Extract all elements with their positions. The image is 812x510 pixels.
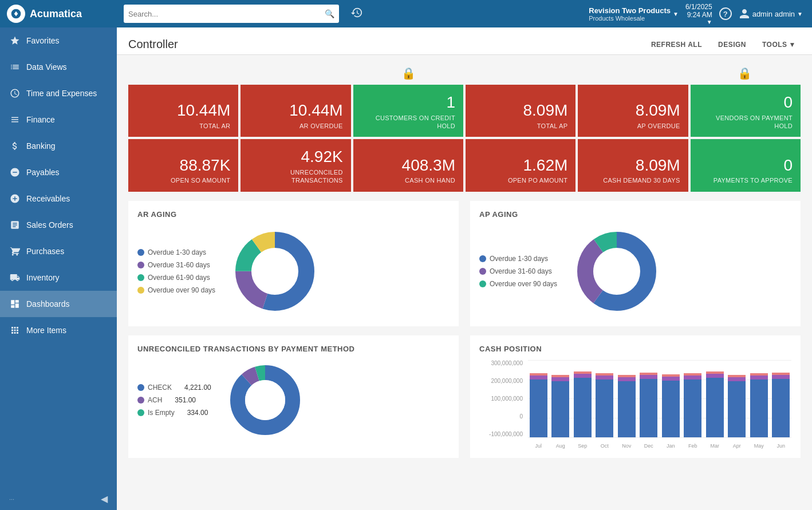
sidebar-item-more-items[interactable]: More Items [0,317,117,343]
y-label-3: 0 [479,413,525,420]
kpi-tile-total-ap[interactable]: 8.09M TOTAL AP [466,85,576,137]
sidebar-item-payables[interactable]: Payables [0,159,117,185]
kpi-tile-vendors-payment-hold[interactable]: 0 VENDORS ON PAYMENT HOLD [691,85,801,137]
sidebar-collapse-button[interactable]: ◀ [101,493,108,504]
company-selector[interactable]: Revision Two Products Products Wholesale… [589,6,679,22]
ap-legend-item-0: Overdue 1-30 days [479,255,557,263]
kpi-tile-ar-overdue[interactable]: 10.44M AR OVERDUE [241,85,350,137]
sidebar-label-finance: Finance [26,115,55,124]
bar-group-7 [683,360,704,437]
user-menu[interactable]: admin admin ▼ [739,8,803,19]
payables-icon [9,167,21,177]
sidebar: Favorites Data Views Time and Expenses F… [0,27,117,510]
ar-aging-content: Overdue 1-30 days Overdue 31-60 days Ove… [137,226,450,317]
sidebar-label-receivables: Receivables [26,194,70,203]
ar-legend-dot-1 [137,262,144,268]
bar-group-3 [594,360,616,437]
finance-icon [9,114,21,125]
tools-button[interactable]: TOOLS ▼ [758,38,801,51]
search-input[interactable] [128,10,325,18]
top-navigation: Acumatica 🔍 Revision Two Products Produc… [0,0,812,27]
sidebar-item-favorites[interactable]: Favorites [0,27,117,54]
refresh-all-button[interactable]: REFRESH ALL [647,38,707,51]
acumatica-logo[interactable] [7,5,25,23]
bar-group-4 [616,360,637,437]
sidebar-item-inventory[interactable]: Inventory [0,264,117,291]
kpi-label-ap-overdue: AP OVERDUE [637,122,680,130]
kpi-value-cash-demand: 8.09M [636,157,680,175]
sidebar-label-more-items: More Items [26,326,66,335]
bar-purple-3 [596,375,613,379]
x-label-10: May [748,443,770,449]
sidebar-item-receivables[interactable]: Receivables [0,185,117,212]
unrec-dot-1 [137,397,144,404]
sidebar-label-favorites: Favorites [26,36,60,45]
kpi-value-ar-overdue: 10.44M [289,102,342,120]
kpi-tile-cash-demand[interactable]: 8.09M CASH DEMAND 30 DAYS [578,139,688,191]
unreconciled-content: CHECK 4,221.00 ACH 351.00 Is Empty [137,360,450,440]
ar-legend-item-3: Overdue over 90 days [137,286,215,294]
page-actions: REFRESH ALL DESIGN TOOLS ▼ [647,38,801,51]
history-button[interactable] [346,6,368,21]
bar-blue-6 [662,381,680,437]
ap-legend-label-2: Overdue over 90 days [490,280,557,288]
ar-legend-dot-2 [137,274,144,281]
kpi-value-open-so: 88.87K [180,157,231,175]
tools-chevron-icon: ▼ [789,41,796,49]
time: 9:24 AM [687,11,712,19]
bar-purple-10 [750,375,768,379]
sidebar-item-data-views[interactable]: Data Views [0,54,117,80]
help-button[interactable]: ? [719,7,732,20]
sidebar-item-dashboards[interactable]: Dashboards [0,291,117,317]
star-icon [9,35,21,46]
kpi-tile-payments-approve[interactable]: 0 PAYMENTS TO APPROVE [691,139,801,191]
bar-purple-11 [772,375,790,379]
kpi-tile-cash-on-hand[interactable]: 408.3M CASH ON HAND [353,139,463,191]
sidebar-item-time-expenses[interactable]: Time and Expenses [0,80,117,106]
ar-aging-panel: AR AGING Overdue 1-30 days Overdue 31-60… [128,201,459,326]
sidebar-label-dashboards: Dashboards [26,299,70,309]
kpi-value-cash-on-hand: 408.3M [402,157,455,175]
kpi-label-total-ar: TOTAL AR [199,122,230,130]
cash-position-panel: CASH POSITION 300,000,000 200,000,000 10… [470,335,801,458]
kpi-tile-customers-credit-hold[interactable]: 1 CUSTOMERS ON CREDIT HOLD [353,85,463,137]
unrec-label-2: Is Empty [148,409,175,417]
unrec-legend-item-0: CHECK 4,221.00 [137,384,211,392]
ar-legend-item-2: Overdue 61-90 days [137,274,215,282]
svg-point-13 [245,380,285,420]
unreconciled-title: UNRECONCILED TRANSACTIONS BY PAYMENT MET… [137,345,450,353]
kpi-label-unreconciled: UNRECONCILED TRANSACTIONS [249,168,342,185]
unrec-legend-item-1: ACH 351.00 [137,396,211,404]
y-label-4: -100,000,000 [479,431,525,437]
kpi-tile-total-ar[interactable]: 10.44M TOTAL AR [128,85,238,137]
bar-blue-4 [618,381,636,437]
sidebar-item-banking[interactable]: Banking [0,133,117,159]
design-button[interactable]: DESIGN [714,38,751,51]
kpi-tile-open-po[interactable]: 1.62M OPEN PO AMOUNT [466,139,576,191]
kpi-value-customers-credit-hold: 1 [446,94,455,112]
bar-purple-5 [640,375,657,379]
ar-aging-legend: Overdue 1-30 days Overdue 31-60 days Ove… [137,248,215,294]
sidebar-item-purchases[interactable]: Purchases [0,238,117,264]
bar-blue-7 [684,379,701,437]
bar-blue-2 [574,378,592,437]
sidebar-label-data-views: Data Views [26,62,67,72]
kpi-tile-open-so[interactable]: 88.87K OPEN SO AMOUNT [128,139,238,191]
ar-aging-title: AR AGING [137,210,450,219]
kpi-tile-ap-overdue[interactable]: 8.09M AP OVERDUE [578,85,688,137]
sidebar-item-sales-orders[interactable]: Sales Orders [0,212,117,238]
ap-legend-item-2: Overdue over 90 days [479,280,557,288]
sidebar-item-finance[interactable]: Finance [0,106,117,133]
sales-orders-icon [9,220,21,230]
search-area: 🔍 [117,5,346,23]
kpi-value-open-po: 1.62M [523,157,567,175]
kpi-row1-container: 🔒 🔒 10.44M TOTAL AR 10.44M AR O [128,64,801,137]
main-layout: Favorites Data Views Time and Expenses F… [0,27,812,510]
x-label-7: Feb [683,443,704,449]
lock-icon-1: 🔒 [401,66,416,80]
kpi-tile-unreconciled[interactable]: 4.92K UNRECONCILED TRANSACTIONS [241,139,350,191]
bar-purple-0 [530,375,547,379]
purchases-icon [9,246,21,256]
ap-legend-dot-2 [479,280,486,287]
unrec-value-0: 4,221.00 [184,384,211,392]
